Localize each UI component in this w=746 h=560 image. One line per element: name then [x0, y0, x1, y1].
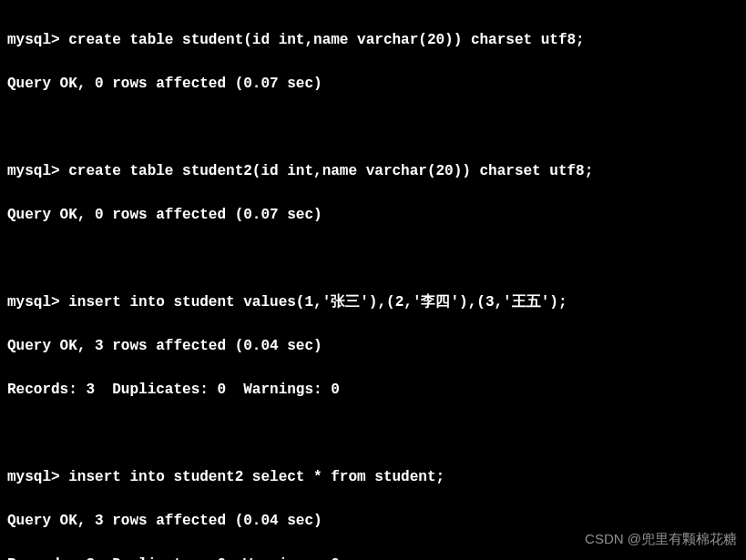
mysql-prompt: mysql>	[7, 32, 68, 48]
result-line: Records: 3 Duplicates: 0 Warnings: 0	[7, 554, 739, 560]
blank-line	[7, 248, 739, 270]
blank-line	[7, 423, 739, 444]
command-line-1: mysql> create table student(id int,name …	[7, 29, 739, 51]
sql-insert-student: insert into student values(1,'张三'),(2,'李…	[68, 294, 567, 311]
command-line-3: mysql> insert into student values(1,'张三'…	[7, 291, 739, 313]
result-line: Query OK, 3 rows affected (0.04 sec)	[7, 335, 739, 357]
result-line: Query OK, 0 rows affected (0.07 sec)	[7, 204, 739, 226]
sql-create-student2: create table student2(id int,name varcha…	[68, 163, 593, 179]
sql-insert-student2: insert into student2 select * from stude…	[68, 469, 445, 485]
watermark-text: CSDN @兜里有颗棉花糖	[585, 529, 737, 550]
sql-create-student: create table student(id int,name varchar…	[68, 32, 585, 48]
command-line-2: mysql> create table student2(id int,name…	[7, 160, 739, 182]
result-line: Query OK, 0 rows affected (0.07 sec)	[7, 73, 739, 95]
result-line: Records: 3 Duplicates: 0 Warnings: 0	[7, 379, 739, 401]
blank-line	[7, 117, 739, 138]
terminal-output: mysql> create table student(id int,name …	[7, 7, 739, 560]
command-line-4: mysql> insert into student2 select * fro…	[7, 466, 739, 488]
mysql-prompt: mysql>	[7, 163, 68, 179]
mysql-prompt: mysql>	[7, 294, 68, 311]
mysql-prompt: mysql>	[7, 469, 68, 485]
